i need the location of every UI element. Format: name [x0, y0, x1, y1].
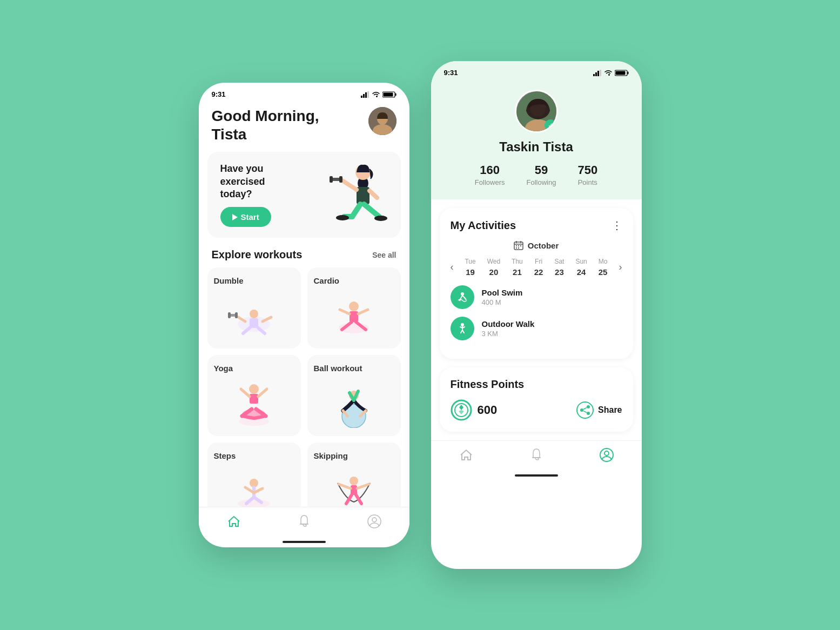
svg-rect-76	[600, 70, 601, 76]
day-name-0: Tue	[465, 258, 475, 265]
svg-rect-36	[350, 311, 358, 322]
day-name-3: Fri	[535, 258, 542, 265]
svg-point-92	[461, 292, 464, 296]
following-label: Following	[526, 178, 556, 186]
svg-line-101	[583, 411, 587, 413]
nav-home-right[interactable]	[459, 447, 474, 463]
following-count: 59	[535, 163, 548, 177]
workout-card-skipping[interactable]: Skipping	[307, 443, 401, 507]
bell-icon-right	[530, 448, 543, 462]
bottom-nav-right	[431, 440, 642, 473]
svg-point-35	[349, 301, 359, 311]
day-name-5: Sun	[575, 258, 587, 265]
banner-text: Have you exercised today?	[220, 163, 296, 200]
svg-rect-26	[250, 318, 258, 328]
svg-rect-17	[339, 176, 342, 183]
swim-icon	[451, 285, 474, 309]
avatar-image	[368, 107, 397, 135]
day-num-2: 21	[513, 267, 522, 277]
workout-card-steps[interactable]: Steps	[207, 443, 301, 507]
svg-rect-74	[595, 72, 597, 76]
svg-rect-5	[395, 93, 396, 96]
cal-day-2: Thu 21	[512, 258, 523, 277]
workout-card-cardio[interactable]: Cardio	[307, 267, 401, 348]
nav-profile[interactable]	[367, 514, 382, 529]
cal-day-5: Sun 24	[575, 258, 587, 277]
svg-line-69	[346, 495, 352, 504]
workout-card-ball[interactable]: Ball workout	[307, 355, 401, 436]
profile-stats: 160 Followers 59 Following 750 Points	[475, 163, 597, 186]
svg-line-14	[341, 180, 357, 190]
see-all-button[interactable]: See all	[372, 251, 396, 259]
nav-profile-right[interactable]	[599, 447, 614, 463]
svg-line-37	[340, 310, 350, 314]
home-indicator-right	[515, 474, 558, 477]
nav-bell[interactable]	[297, 514, 312, 529]
profile-icon-right	[600, 448, 614, 462]
cal-next-button[interactable]: ›	[619, 262, 622, 273]
more-options-button[interactable]: ⋮	[611, 219, 622, 232]
nav-bell-right[interactable]	[529, 447, 544, 463]
svg-rect-78	[627, 71, 628, 74]
svg-rect-73	[593, 74, 595, 76]
section-title: Explore workouts	[212, 249, 303, 261]
workout-label-ball: Ball workout	[314, 364, 362, 373]
banner-figure	[325, 152, 395, 238]
svg-rect-91	[518, 247, 519, 249]
svg-point-93	[461, 323, 464, 326]
cal-prev-button[interactable]: ‹	[451, 262, 454, 273]
month-display: October	[451, 240, 622, 250]
exercise-banner: Have you exercised today? Start	[207, 152, 401, 238]
wifi-icon-right	[604, 70, 613, 76]
right-phone: 9:31	[431, 61, 642, 569]
fitness-title: Fitness Points	[451, 378, 622, 391]
workouts-header: Explore workouts See all	[199, 249, 409, 267]
activity-info-walk: Outdoor Walk 3 KM	[482, 319, 535, 338]
profile-name: Taskin Tista	[499, 139, 573, 155]
stat-followers: 160 Followers	[475, 163, 505, 186]
points-count: 750	[577, 163, 597, 177]
month-label-text: October	[528, 241, 559, 250]
svg-rect-16	[330, 176, 333, 183]
workout-card-yoga[interactable]: Yoga	[207, 355, 301, 436]
activity-name-swim: Pool Swim	[482, 288, 523, 297]
svg-point-42	[249, 384, 259, 394]
svg-rect-89	[520, 245, 521, 246]
day-num-0: 19	[466, 267, 475, 277]
svg-point-23	[374, 216, 387, 221]
svg-point-98	[580, 408, 583, 412]
battery-icon-right	[615, 70, 629, 76]
workout-card-dumble[interactable]: Dumble	[207, 267, 301, 348]
cal-day-0: Tue 19	[465, 258, 475, 277]
workout-figure-cardio	[314, 290, 394, 342]
day-name-2: Thu	[512, 258, 523, 265]
workout-figure-yoga	[214, 377, 294, 430]
svg-line-38	[358, 310, 368, 314]
day-num-5: 24	[577, 267, 586, 277]
greeting-text: Good Morning,Tista	[212, 107, 319, 143]
svg-line-100	[583, 408, 587, 410]
activity-walk: Outdoor Walk 3 KM	[451, 317, 622, 340]
svg-rect-1	[363, 94, 365, 98]
signal-icon	[361, 91, 369, 98]
svg-point-97	[587, 405, 590, 408]
svg-rect-30	[235, 312, 238, 318]
profile-avatar: ✓	[515, 90, 558, 133]
workout-label-cardio: Cardio	[314, 276, 340, 285]
svg-rect-88	[518, 245, 519, 246]
svg-rect-2	[365, 92, 367, 98]
share-label: Share	[598, 405, 622, 415]
user-avatar[interactable]	[368, 107, 397, 135]
time-right: 9:31	[444, 69, 458, 77]
workout-figure-ball	[314, 377, 394, 430]
play-icon	[232, 214, 238, 220]
start-button[interactable]: Start	[220, 207, 271, 227]
stat-following: 59 Following	[526, 163, 556, 186]
share-button[interactable]: Share	[576, 401, 622, 419]
share-icon	[576, 401, 594, 419]
nav-home[interactable]	[226, 514, 241, 529]
svg-point-99	[587, 412, 590, 415]
svg-rect-79	[615, 71, 625, 75]
svg-line-45	[258, 389, 267, 397]
fitness-card: Fitness Points 600	[440, 367, 633, 432]
